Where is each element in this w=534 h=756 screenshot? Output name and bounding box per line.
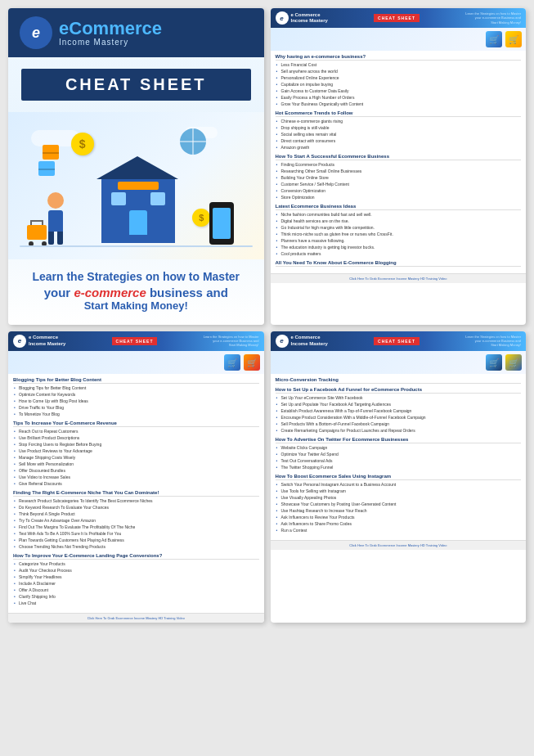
list-item: Grow Your Business Organically with Cont… xyxy=(276,101,522,107)
page3-s2-list: Reach Out to Repeat Customers Use Brilli… xyxy=(13,429,259,487)
list-item: Drive Traffic to Your Blog xyxy=(13,405,259,411)
list-item: Niche fashion communities build fast and… xyxy=(276,212,522,218)
page4-hero-illus2 xyxy=(505,354,522,371)
store-sign xyxy=(118,182,159,190)
page3-s4-title: How To Improve Your E-Commerce Landing P… xyxy=(13,553,259,560)
page4-content-body: Micro-Conversion Tracking How to Set Up … xyxy=(271,374,527,540)
illustration-area: $ $ xyxy=(8,112,264,259)
list-item: Set Up Your eCommerce Site With Facebook xyxy=(276,395,522,401)
list-item: Offer A Discount xyxy=(13,587,259,593)
page2-cheat-badge: CHEAT SHEET xyxy=(374,14,420,22)
page4-s2-title: How to Set Up a Facebook Ad Funnel for e… xyxy=(276,387,522,394)
main-grid: e eCommerce Income Mastery CHEAT SHEET $ xyxy=(8,8,526,623)
list-item: Personalized Online Experience xyxy=(276,75,522,81)
page4-logo-text: e Commerce Income Mastery xyxy=(291,335,328,346)
list-item: Building Your Online Store xyxy=(276,175,522,181)
list-item: Reach Out to Repeat Customers xyxy=(13,429,259,434)
list-item: Go Industrial for high margins with litt… xyxy=(276,225,522,231)
page3-header-right: Learn the Strategies on how to Master yo… xyxy=(204,335,259,348)
page4-hero xyxy=(271,351,527,374)
cheat-sheet-title: CHEAT SHEET xyxy=(38,75,235,94)
page3-s3-list: Research Product Subcategories To Identi… xyxy=(13,498,259,550)
list-item: Store Optimization xyxy=(276,195,522,200)
page2-s1-title: Why having an e-commerce business? xyxy=(276,54,522,61)
person-legs xyxy=(47,232,64,245)
list-item: Use Hashtag Research to Increase Your Re… xyxy=(276,508,522,514)
list-item: Establish Product Awareness With a Top-o… xyxy=(276,408,522,414)
content-page-3: e e Commerce Income Mastery CHEAT SHEET … xyxy=(8,331,264,623)
page2-s4-list: Niche fashion communities build fast and… xyxy=(276,212,522,257)
list-item: Manage Shipping Costs Wisely xyxy=(13,455,259,461)
page4-s1-title: Micro-Conversion Tracking xyxy=(276,377,522,384)
list-item: Use Visually Appealing Photos xyxy=(276,495,522,501)
list-item: Research Product Subcategories To Identi… xyxy=(13,498,259,504)
page4-section1: Micro-Conversion Tracking xyxy=(276,377,522,384)
list-item: Researching Other Small Online Businesse… xyxy=(276,169,522,174)
list-item: Planners have a massive following. xyxy=(276,238,522,244)
list-item: Do Keyword Research To Evaluate Your Cha… xyxy=(13,505,259,511)
list-item: How to Come Up with Blog Post Ideas xyxy=(13,398,259,404)
page2-logo-icon: e xyxy=(276,11,289,25)
list-item: Think Beyond A Single Product xyxy=(13,511,259,517)
page2-section5: All You Need To Know About E-Commerce Bl… xyxy=(276,260,522,267)
cheat-sheet-banner: CHEAT SHEET xyxy=(21,69,251,101)
page4-cheat-badge: CHEAT SHEET xyxy=(374,337,420,345)
page2-section4: Latest Ecommerce Business Ideas Niche fa… xyxy=(276,204,522,257)
list-item: Use Tools for Selling with Instagram xyxy=(276,488,522,494)
list-item: Use Product Reviews to Your Advantage xyxy=(13,448,259,454)
list-item: Customer Service / Self-Help Content xyxy=(276,182,522,187)
list-item: Social selling sites remain vital xyxy=(276,132,522,137)
page3-logo: e e Commerce Income Mastery xyxy=(13,335,65,348)
list-item: Use Video to Increase Sales xyxy=(13,475,259,480)
page2-header-right: Learn the Strategies on how to Master yo… xyxy=(465,11,521,25)
list-item: Run a Contest xyxy=(276,528,522,533)
list-item: Think micro-niche such as gluten free or… xyxy=(276,232,522,237)
page3-s2-title: Tips To Increase Your E-Commerce Revenue xyxy=(13,421,259,427)
list-item: Clarify Shipping Info xyxy=(13,594,259,600)
list-item: Finding Ecommerce Products xyxy=(276,162,522,168)
page3-hero xyxy=(8,351,264,374)
list-item: Optimize Your Twitter Ad Spend xyxy=(276,452,522,457)
front-header: e eCommerce Income Mastery xyxy=(8,8,264,57)
list-item: Drop shipping is still viable xyxy=(276,125,522,131)
page4-logo: e e Commerce Income Mastery xyxy=(276,335,328,348)
phone-screen xyxy=(213,208,231,239)
page3-s4-list: Categorize Your Products Audit Your Chec… xyxy=(13,561,259,606)
globe-icon xyxy=(180,128,206,155)
list-item: Optimize Content for Keywords xyxy=(13,392,259,398)
person-leg-l xyxy=(48,232,54,245)
page3-footer[interactable]: Click Here To Grab Ecommerce Income Mast… xyxy=(8,613,264,623)
list-item: Simplify Your Headlines xyxy=(13,574,259,580)
cta-text-area: Learn the Strategies on how to Master yo… xyxy=(8,259,264,325)
list-item: Set Up and Populate Your Facebook Ad Tar… xyxy=(276,402,522,407)
page3-hero-illus2 xyxy=(244,354,260,371)
page4-s4-list: Switch Your Personal Instagram Account t… xyxy=(276,482,522,533)
list-item: Sell anywhere across the world xyxy=(276,69,522,74)
page3-content-body: Blogging Tips for Better Blog Content Bl… xyxy=(8,374,264,613)
page4-s3-list: Website Clicks Campaign Optimize Your Tw… xyxy=(276,445,522,470)
package-2 xyxy=(38,161,55,176)
list-item: Test With Ads To Be A 100% Sure It Is Pr… xyxy=(13,531,259,537)
page4-header: e e Commerce Income Mastery CHEAT SHEET … xyxy=(271,331,527,351)
list-item: Showcase Your Customers by Posting User-… xyxy=(276,502,522,507)
page3-section4: How To Improve Your E-Commerce Landing P… xyxy=(13,553,259,606)
list-item: Live Chat xyxy=(13,601,259,606)
list-item: Cool products matters xyxy=(276,251,522,257)
page2-s2-title: Hot Ecommerce Trends to Follow xyxy=(276,110,522,117)
store-building xyxy=(101,178,175,243)
list-item: Choose Trending Niches Not Trending Prod… xyxy=(13,544,259,550)
cart-box xyxy=(27,225,47,240)
page2-s3-list: Finding Ecommerce Products Researching O… xyxy=(276,162,522,200)
page4-s2-list: Set Up Your eCommerce Site With Facebook… xyxy=(276,395,522,434)
list-item: Chinese e-commerce giants rising xyxy=(276,119,522,124)
store-roof xyxy=(96,156,178,179)
page2-section2: Hot Ecommerce Trends to Follow Chinese e… xyxy=(276,110,522,151)
list-item: Sell More with Personalization xyxy=(13,461,259,467)
page2-footer[interactable]: Click Here To Grab Ecommerce Income Mast… xyxy=(271,273,527,283)
list-item: Stop Forcing Users to Register Before Bu… xyxy=(13,442,259,448)
page3-section2: Tips To Increase Your E-Commerce Revenue… xyxy=(13,421,259,487)
page2-section3: How To Start A Successful Ecommerce Busi… xyxy=(276,154,522,200)
list-item: The Twitter Shopping Funnel xyxy=(276,465,522,470)
list-item: Conversion Optimization xyxy=(276,188,522,194)
page4-footer[interactable]: Click Here To Grab Ecommerce Income Mast… xyxy=(271,540,527,550)
